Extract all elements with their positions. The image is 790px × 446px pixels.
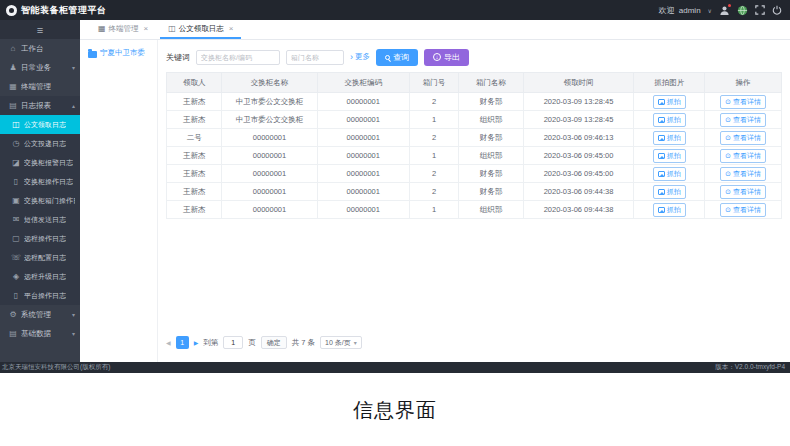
sidebar-item-label: 远程配置日志 (24, 253, 66, 263)
terminal-icon: ▦ (8, 82, 18, 91)
fullscreen-icon[interactable] (755, 5, 765, 15)
sidebar-item[interactable]: ◷公文投递日志 (0, 134, 80, 153)
sidebar-item[interactable]: ▯交换柜操作日志 (0, 172, 80, 191)
view-detail-label: 查看详情 (733, 187, 761, 197)
table-cell: 2 (409, 183, 458, 201)
app-body: ⌂工作台♟日常业务▾▦终端管理▤日志报表▴◫公文领取日志◷公文投递日志◪交换柜报… (0, 20, 790, 362)
view-detail-button[interactable]: 查看详情 (720, 167, 766, 181)
view-detail-button[interactable]: 查看详情 (720, 185, 766, 199)
log-panel: 关键词 更多 查询 导出 (158, 40, 790, 362)
doc-deliver-icon: ◷ (11, 139, 21, 148)
notification-user-icon[interactable] (719, 5, 730, 16)
sidebar-item[interactable]: ▤基础数据▾ (0, 324, 80, 343)
table-cell: 2020-03-06 09:45:00 (523, 165, 634, 183)
capture-button[interactable]: 抓拍 (653, 131, 686, 145)
capture-button[interactable]: 抓拍 (653, 95, 686, 109)
goto-confirm-button[interactable]: 确定 (261, 336, 287, 349)
sidebar-item[interactable]: ✉短信发送日志 (0, 210, 80, 229)
topbar-actions: 欢迎 admin (659, 5, 782, 16)
view-detail-button[interactable]: 查看详情 (720, 131, 766, 145)
search-button[interactable]: 查询 (376, 49, 418, 66)
sidebar-item-label: 短信发送日志 (24, 215, 66, 225)
table-cell: 王新杰 (167, 165, 222, 183)
column-header: 交换柜名称 (222, 73, 317, 93)
capture-button[interactable]: 抓拍 (653, 167, 686, 181)
username[interactable]: admin (679, 6, 701, 15)
goto-page-input[interactable] (223, 336, 243, 349)
language-globe-icon[interactable] (737, 5, 748, 16)
view-detail-button[interactable]: 查看详情 (720, 95, 766, 109)
table-cell: 组织部 (459, 147, 524, 165)
tab-active[interactable]: ◫公文领取日志× (160, 20, 241, 39)
current-page-button[interactable]: 1 (176, 336, 189, 349)
export-button[interactable]: 导出 (424, 49, 469, 66)
sidebar-item[interactable]: ▤日志报表▴ (0, 96, 80, 115)
sidebar-menu: ⌂工作台♟日常业务▾▦终端管理▤日志报表▴◫公文领取日志◷公文投递日志◪交换柜报… (0, 39, 80, 362)
capture-button[interactable]: 抓拍 (653, 203, 686, 217)
sidebar: ⌂工作台♟日常业务▾▦终端管理▤日志报表▴◫公文领取日志◷公文投递日志◪交换柜报… (0, 20, 80, 362)
table-cell: 财务部 (459, 183, 524, 201)
table-cell-capture: 抓拍 (634, 93, 705, 111)
power-logout-icon[interactable] (772, 5, 782, 15)
more-label: 更多 (355, 52, 370, 62)
table-cell: 00000001 (317, 147, 409, 165)
sidebar-item[interactable]: ♟日常业务▾ (0, 58, 80, 77)
close-icon[interactable]: × (229, 24, 234, 33)
prev-page-icon[interactable] (166, 338, 171, 347)
download-icon (433, 53, 441, 61)
table-cell-capture: 抓拍 (634, 201, 705, 219)
sms-icon: ✉ (11, 215, 21, 224)
sidebar-item-label: 日常业务 (21, 63, 51, 73)
next-page-icon[interactable] (194, 338, 199, 347)
capture-button[interactable]: 抓拍 (653, 149, 686, 163)
table-cell: 财务部 (459, 165, 524, 183)
table-cell: 2020-03-09 13:28:45 (523, 111, 634, 129)
capture-button[interactable]: 抓拍 (653, 113, 686, 127)
sidebar-item[interactable]: ◪交换柜报警日志 (0, 153, 80, 172)
tab-item[interactable]: ▦终端管理× (90, 20, 156, 39)
log-table: 领取人交换柜名称交换柜编码箱门号箱门名称领取时间抓拍图片操作 王新杰中卫市委公文… (166, 72, 782, 219)
sidebar-item[interactable]: ▣交换柜箱门操作日志 (0, 191, 80, 210)
view-detail-button[interactable]: 查看详情 (720, 113, 766, 127)
chevron-down-icon: ▾ (72, 330, 75, 337)
log-report-icon: ▤ (8, 101, 18, 110)
sidebar-item[interactable]: ▯平台操作日志 (0, 286, 80, 305)
table-cell: 2 (409, 129, 458, 147)
table-header-row: 领取人交换柜名称交换柜编码箱门号箱门名称领取时间抓拍图片操作 (167, 73, 782, 93)
sidebar-item-label: 基础数据 (21, 329, 51, 339)
table-cell-capture: 抓拍 (634, 183, 705, 201)
sidebar-item[interactable]: ▦终端管理 (0, 77, 80, 96)
door-search-input[interactable] (286, 50, 344, 65)
table-cell: 1 (409, 111, 458, 129)
table-row: 二号00000001000000012财务部2020-03-06 09:46:1… (167, 129, 782, 147)
close-icon[interactable]: × (144, 24, 149, 33)
sidebar-collapse-button[interactable] (0, 20, 80, 39)
table-cell: 中卫市委公文交换柜 (222, 111, 317, 129)
page-size-select[interactable]: 10 条/页 (320, 336, 362, 349)
view-detail-button[interactable]: 查看详情 (720, 149, 766, 163)
daily-business-icon: ♟ (8, 63, 18, 72)
table-row: 王新杰00000001000000012财务部2020-03-06 09:45:… (167, 165, 782, 183)
cabinet-search-input[interactable] (196, 50, 280, 65)
sidebar-item[interactable]: ▢远程操作日志 (0, 229, 80, 248)
view-detail-button[interactable]: 查看详情 (720, 203, 766, 217)
table-cell: 2020-03-06 09:46:13 (523, 129, 634, 147)
sidebar-item[interactable]: ⌂工作台 (0, 39, 80, 58)
capture-label: 抓拍 (667, 115, 681, 125)
sidebar-item[interactable]: ☏远程配置日志 (0, 248, 80, 267)
sidebar-item[interactable]: ◫公文领取日志 (0, 115, 80, 134)
view-detail-label: 查看详情 (733, 151, 761, 161)
table-cell: 2 (409, 165, 458, 183)
capture-button[interactable]: 抓拍 (653, 185, 686, 199)
table-cell: 1 (409, 147, 458, 165)
more-filters-link[interactable]: 更多 (350, 52, 370, 62)
tree-node-org[interactable]: 宁夏中卫市委 (88, 48, 155, 58)
table-cell: 财务部 (459, 129, 524, 147)
sidebar-item-label: 公文领取日志 (24, 120, 66, 130)
sidebar-item[interactable]: ◈远程升级日志 (0, 267, 80, 286)
user-menu-caret-icon[interactable] (708, 6, 712, 15)
gear-icon: ⚙ (8, 310, 18, 319)
welcome-label: 欢迎 (659, 5, 675, 16)
sidebar-item[interactable]: ⚙系统管理▾ (0, 305, 80, 324)
remote-operate-icon: ▢ (11, 234, 21, 243)
